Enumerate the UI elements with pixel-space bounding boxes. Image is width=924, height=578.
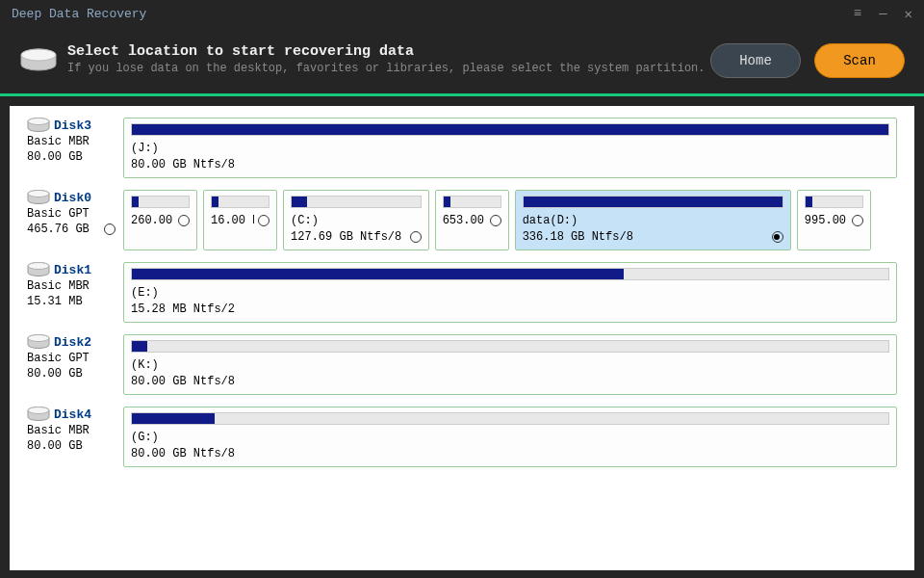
svg-point-7	[28, 263, 49, 270]
disk-type: Basic GPT	[27, 207, 116, 221]
disk-info: Disk1Basic MBR15.31 MB	[27, 262, 116, 323]
disk-info: Disk3Basic MBR80.00 GB	[27, 118, 116, 178]
disk-size: 80.00 GB	[27, 439, 116, 453]
disk-info: Disk0Basic GPT465.76 GB	[27, 190, 116, 250]
partition-meta: 260.00 .	[131, 214, 174, 227]
partition[interactable]: 653.00 .	[435, 190, 509, 250]
disk-radio[interactable]	[104, 223, 116, 235]
close-icon[interactable]: ✕	[905, 6, 912, 22]
usage-bar	[131, 123, 889, 136]
usage-bar	[131, 340, 889, 353]
partition[interactable]: (G:)80.00 GB Ntfs/8	[123, 407, 897, 467]
partitions: 260.00 .16.00 M.(C:)127.69 GB Ntfs/8653.…	[123, 190, 897, 250]
app-title: Deep Data Recovery	[12, 7, 146, 21]
disk-name: Disk4	[54, 407, 91, 422]
partitions: (G:)80.00 GB Ntfs/8	[123, 407, 897, 467]
disk-row: Disk2Basic GPT80.00 GB(K:)80.00 GB Ntfs/…	[27, 334, 897, 395]
partition[interactable]: 16.00 M.	[203, 190, 277, 250]
disk-type: Basic MBR	[27, 135, 116, 148]
partition-meta: 80.00 GB Ntfs/8	[131, 158, 889, 171]
partition[interactable]: 995.00 .	[797, 190, 871, 250]
disk-row: Disk4Basic MBR80.00 GB(G:)80.00 GB Ntfs/…	[27, 407, 897, 467]
header: Select location to start recovering data…	[0, 27, 924, 96]
partition-radio[interactable]	[258, 215, 270, 226]
usage-bar	[523, 196, 783, 208]
disk-type: Basic GPT	[27, 352, 116, 365]
partition-radio[interactable]	[178, 215, 190, 226]
partition-label: (G:)	[131, 431, 889, 444]
partition[interactable]: (E:)15.28 MB Ntfs/2	[123, 262, 897, 323]
menu-icon[interactable]: ≡	[854, 6, 861, 22]
titlebar: Deep Data Recovery ≡ — ✕	[0, 0, 924, 27]
partition-label: (C:)	[291, 214, 422, 227]
disk-name: Disk0	[54, 191, 91, 205]
disk-size: 15.31 MB	[27, 295, 116, 308]
partition-radio[interactable]	[772, 231, 783, 243]
usage-bar	[805, 196, 863, 208]
disk-size: 80.00 GB	[27, 367, 116, 381]
partition-meta: 16.00 M.	[211, 214, 254, 227]
disk-type: Basic MBR	[27, 424, 116, 437]
partition-radio[interactable]	[410, 231, 422, 243]
usage-bar	[443, 196, 501, 208]
disk-row: Disk1Basic MBR15.31 MB(E:)15.28 MB Ntfs/…	[27, 262, 897, 323]
svg-point-11	[28, 407, 49, 414]
partition[interactable]: (K:)80.00 GB Ntfs/8	[123, 334, 897, 395]
partition[interactable]: 260.00 .	[123, 190, 197, 250]
partition-radio[interactable]	[852, 215, 863, 226]
partitions: (K:)80.00 GB Ntfs/8	[123, 334, 897, 395]
svg-point-1	[21, 49, 56, 61]
partition-meta: 15.28 MB Ntfs/2	[131, 302, 889, 316]
partition-label: (K:)	[131, 358, 889, 372]
partitions: (E:)15.28 MB Ntfs/2	[123, 262, 897, 323]
usage-bar	[131, 268, 889, 280]
partition-meta: 80.00 GB Ntfs/8	[131, 375, 889, 388]
disk-row: Disk3Basic MBR80.00 GB(J:)80.00 GB Ntfs/…	[27, 118, 897, 178]
partition-label: (J:)	[131, 142, 889, 155]
home-button[interactable]: Home	[710, 43, 801, 78]
disk-size: 465.76 GB	[27, 223, 116, 236]
partition-label: data(D:)	[523, 214, 783, 227]
usage-bar	[211, 196, 270, 208]
partition-label: (E:)	[131, 286, 889, 300]
partition-meta: 80.00 GB Ntfs/8	[131, 447, 889, 460]
disk-row: Disk0Basic GPT465.76 GB260.00 .16.00 M.(…	[27, 190, 897, 250]
disk-info: Disk2Basic GPT80.00 GB	[27, 334, 116, 395]
disk-list: Disk3Basic MBR80.00 GB(J:)80.00 GB Ntfs/…	[10, 106, 914, 570]
partitions: (J:)80.00 GB Ntfs/8	[123, 118, 897, 178]
drive-hero-icon	[19, 48, 58, 73]
disk-size: 80.00 GB	[27, 150, 116, 164]
partition[interactable]: (J:)80.00 GB Ntfs/8	[123, 118, 897, 178]
scan-button[interactable]: Scan	[814, 43, 905, 78]
usage-bar	[131, 412, 889, 425]
partition-radio[interactable]	[490, 215, 501, 226]
header-title: Select location to start recovering data	[67, 43, 710, 60]
disk-name: Disk1	[54, 263, 91, 277]
svg-point-5	[28, 191, 49, 197]
usage-bar	[291, 196, 422, 208]
disk-name: Disk3	[54, 118, 91, 133]
usage-bar	[131, 196, 190, 208]
disk-info: Disk4Basic MBR80.00 GB	[27, 407, 116, 467]
disk-type: Basic MBR	[27, 279, 116, 293]
partition-meta: 995.00 .	[805, 214, 848, 227]
svg-point-3	[28, 118, 49, 125]
partition-meta: 336.18 GB Ntfs/8	[523, 230, 768, 244]
window-controls: ≡ — ✕	[854, 6, 912, 22]
partition[interactable]: data(D:)336.18 GB Ntfs/8	[515, 190, 791, 250]
minimize-icon[interactable]: —	[879, 6, 886, 22]
disk-name: Disk2	[54, 335, 91, 350]
partition-meta: 127.69 GB Ntfs/8	[291, 230, 406, 244]
partition-meta: 653.00 .	[443, 214, 486, 227]
header-subtitle: If you lose data on the desktop, favorit…	[67, 62, 710, 77]
svg-point-9	[28, 335, 49, 342]
partition[interactable]: (C:)127.69 GB Ntfs/8	[283, 190, 429, 250]
